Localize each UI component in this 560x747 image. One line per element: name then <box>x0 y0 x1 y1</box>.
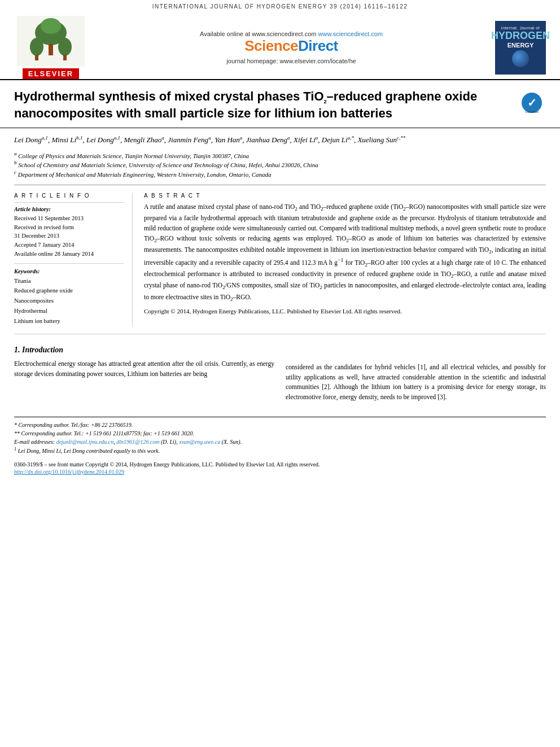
elsevier-tree-icon <box>17 16 85 67</box>
sciencedirect-logo: ScienceDirect <box>96 37 487 55</box>
affiliation-b: b School of Chemistry and Materials Scie… <box>14 160 546 168</box>
keyword-hydrothermal: Hydrothermal <box>14 306 124 316</box>
article-history-block: Article history: Received 11 September 2… <box>14 206 124 259</box>
doi-text: http://dx.doi.org/10.1016/j.ijhydene.201… <box>14 469 546 475</box>
received-date: Received 11 September 2013 <box>14 214 124 223</box>
crossmark-icon: ✓ CrossMark <box>520 91 543 114</box>
doi-link[interactable]: http://dx.doi.org/10.1016/j.ijhydene.201… <box>14 469 124 475</box>
history-label: Article history: <box>14 206 124 212</box>
footnote-contribution: 1 Lei Dong, Minsi Li, Lei Dong contribut… <box>14 446 546 455</box>
content-divider <box>14 334 546 334</box>
email-dejunli[interactable]: dejunli@mail.tjnu.edu.cn <box>56 439 114 445</box>
hydrogen-label: HYDROGEN <box>491 30 550 42</box>
intro-heading: 1. Introduction <box>14 346 274 355</box>
journal-title: International Journal of Hydrogen Energy… <box>152 3 408 10</box>
svg-point-5 <box>58 38 72 56</box>
intro-left-text: Electrochemical energy storage has attra… <box>14 359 274 379</box>
affiliation-a: a College of Physics and Materials Scien… <box>14 151 546 159</box>
left-col: A R T I C L E I N F O Article history: R… <box>14 193 133 326</box>
svg-point-4 <box>30 38 43 56</box>
info-divider <box>14 202 124 203</box>
intl-label: Internat. Journal of <box>501 26 540 30</box>
revised-label: Received in revised form <box>14 223 124 232</box>
right-logo: Internat. Journal of HYDROGEN ENERGY <box>492 21 549 75</box>
footnote-1: * Corresponding author. Tel./fax: +86 22… <box>14 421 546 429</box>
abstract-text: A rutile and anatase mixed crystal phase… <box>144 202 546 304</box>
available-online-text: Available online at www.sciencedirect.co… <box>96 30 487 37</box>
bottom-bar: 0360-3199/$ – see front matter Copyright… <box>14 458 546 475</box>
authors-section: Lei Donga,1, Minsi Lib,1, Lei Donga,1, M… <box>0 128 560 149</box>
keywords-divider <box>14 263 124 264</box>
article-info-heading: A R T I C L E I N F O <box>14 193 124 199</box>
accepted-date: Accepted 7 January 2014 <box>14 241 124 250</box>
svg-rect-6 <box>35 55 38 60</box>
hydrogen-energy-box: Internat. Journal of HYDROGEN ENERGY <box>495 21 546 75</box>
journal-header: International Journal of Hydrogen Energy… <box>0 0 560 11</box>
intro-right: considered as the candidates for hybrid … <box>286 346 546 403</box>
crossmark-area: ✓ CrossMark <box>518 89 546 114</box>
keywords-block: Keywords: Titania Reduced graphene oxide… <box>14 268 124 326</box>
article-title-text: Hydrothermal synthesis of mixed crystal … <box>14 89 518 122</box>
elsevier-brand-label: ELSEVIER <box>23 68 79 79</box>
article-title-section: Hydrothermal synthesis of mixed crystal … <box>0 80 560 128</box>
keyword-lib: Lithium ion battery <box>14 316 124 326</box>
footnotes-section: * Corresponding author. Tel./fax: +86 22… <box>14 417 546 455</box>
keyword-titania: Titania <box>14 276 124 286</box>
svg-rect-7 <box>63 55 67 60</box>
section-divider <box>14 185 546 185</box>
elsevier-logo: ELSEVIER <box>11 16 90 79</box>
intro-left: 1. Introduction Electrochemical energy s… <box>14 346 274 403</box>
sci-part: Science <box>244 37 298 54</box>
authors-line: Lei Donga,1, Minsi Lib,1, Lei Donga,1, M… <box>14 134 546 146</box>
available-date: Available online 28 January 2014 <box>14 250 124 259</box>
svg-text:CrossMark: CrossMark <box>525 110 539 113</box>
main-content: 1. Introduction Electrochemical energy s… <box>0 337 560 411</box>
affiliation-c: c Department of Mechanical and Materials… <box>14 169 546 178</box>
intro-right-text: considered as the candidates for hybrid … <box>286 362 546 403</box>
keywords-label: Keywords: <box>14 268 124 274</box>
footnote-email: E-mail addresses: dejunli@mail.tjnu.edu.… <box>14 438 546 446</box>
direct-part: Direct <box>298 37 338 54</box>
center-header: Available online at www.sciencedirect.co… <box>90 30 492 64</box>
sd-link[interactable]: www.sciencedirect.com <box>318 30 383 37</box>
right-col: A B S T R A C T A rutile and anatase mix… <box>144 193 546 326</box>
email-dln[interactable]: dln1961@126.com <box>116 439 159 445</box>
keyword-nanocomposites: Nanocomposites <box>14 296 124 306</box>
revised-date: 31 December 2013 <box>14 231 124 241</box>
two-col-section: A R T I C L E I N F O Article history: R… <box>0 188 560 331</box>
affiliations-section: a College of Physics and Materials Scien… <box>0 149 560 182</box>
main-title: Hydrothermal synthesis of mixed crystal … <box>14 89 518 122</box>
journal-homepage: journal homepage: www.elsevier.com/locat… <box>96 58 487 64</box>
email-xsun[interactable]: xsun@eng.uwo.ca <box>179 439 220 445</box>
svg-point-2 <box>41 18 61 34</box>
svg-text:✓: ✓ <box>527 97 537 109</box>
keyword-rgo: Reduced graphene oxide <box>14 286 124 296</box>
top-section: ELSEVIER Available online at www.science… <box>0 11 560 80</box>
energy-label: ENERGY <box>508 42 533 49</box>
copyright-text: Copyright © 2014, Hydrogen Energy Public… <box>144 307 546 316</box>
abstract-heading: A B S T R A C T <box>144 193 546 199</box>
issn-text: 0360-3199/$ – see front matter Copyright… <box>14 460 546 469</box>
planet-graphic <box>512 50 529 67</box>
svg-rect-3 <box>49 44 53 55</box>
footnote-2: ** Corresponding author. Tel.: +1 519 66… <box>14 429 546 438</box>
